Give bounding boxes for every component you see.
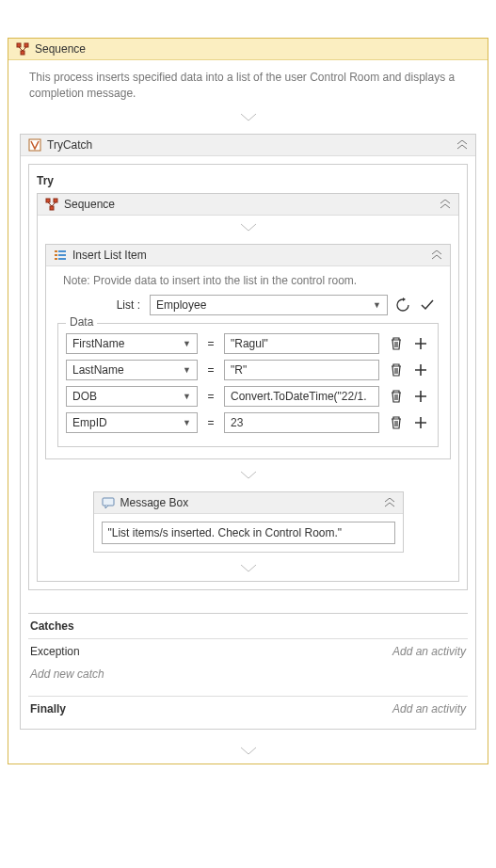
delete-icon[interactable] bbox=[387, 387, 406, 406]
svg-rect-12 bbox=[58, 258, 66, 260]
trycatch-title: TryCatch bbox=[47, 138, 92, 152]
field-name: LastName bbox=[72, 363, 124, 377]
field-select[interactable]: EmpID ▼ bbox=[66, 412, 198, 433]
message-box-activity[interactable]: Message Box "List items/s inserted. Chec… bbox=[93, 491, 404, 553]
message-box-input[interactable]: "List items/s inserted. Check in Control… bbox=[102, 522, 395, 544]
catches-label: Catches bbox=[30, 619, 74, 633]
check-icon[interactable] bbox=[418, 296, 437, 314]
equals-sign: = bbox=[205, 416, 216, 429]
collapse-icon[interactable] bbox=[431, 250, 442, 260]
collapse-icon[interactable] bbox=[456, 140, 468, 150]
value-input[interactable]: 23 bbox=[224, 412, 379, 433]
sequence-activity-inner[interactable]: Sequence bbox=[37, 193, 459, 582]
sequence-description: This process inserts specified data into… bbox=[8, 60, 488, 105]
data-legend: Data bbox=[66, 315, 97, 329]
caret-down-icon: ▼ bbox=[373, 300, 381, 310]
list-label: List : bbox=[59, 298, 144, 312]
equals-sign: = bbox=[205, 337, 216, 350]
field-select[interactable]: FirstName ▼ bbox=[66, 333, 198, 354]
sequence-icon bbox=[16, 42, 29, 56]
inner-sequence-header[interactable]: Sequence bbox=[38, 194, 458, 216]
data-row: EmpID ▼ = 23 bbox=[66, 412, 430, 433]
add-icon[interactable] bbox=[411, 413, 430, 432]
drop-indicator[interactable] bbox=[38, 463, 458, 488]
svg-rect-8 bbox=[58, 250, 66, 252]
field-name: EmpID bbox=[72, 416, 107, 429]
trycatch-icon bbox=[28, 138, 41, 152]
insert-header[interactable]: Insert List Item bbox=[46, 245, 450, 266]
delete-icon[interactable] bbox=[387, 361, 406, 379]
data-row: LastName ▼ = "R" bbox=[66, 360, 430, 380]
sequence-activity-outer[interactable]: Sequence This process inserts specified … bbox=[8, 38, 488, 764]
trycatch-activity[interactable]: TryCatch Try bbox=[20, 134, 476, 730]
insert-list-item-activity[interactable]: Insert List Item Note: Provide data to i… bbox=[45, 244, 451, 459]
svg-rect-6 bbox=[50, 206, 54, 210]
sequence-header[interactable]: Sequence bbox=[8, 39, 488, 60]
insert-note: Note: Provide data to insert into the li… bbox=[46, 266, 450, 295]
svg-rect-13 bbox=[103, 498, 114, 506]
finally-section[interactable]: Finally Add an activity bbox=[28, 696, 468, 721]
data-row: FirstName ▼ = "Ragul" bbox=[66, 333, 430, 354]
try-block: Try Sequence bbox=[28, 164, 468, 590]
svg-rect-5 bbox=[54, 199, 57, 202]
svg-rect-10 bbox=[58, 254, 66, 256]
exception-label: Exception bbox=[30, 645, 80, 658]
drop-indicator[interactable] bbox=[8, 739, 488, 764]
try-label: Try bbox=[37, 172, 459, 193]
svg-rect-4 bbox=[46, 199, 50, 202]
message-icon bbox=[102, 496, 115, 509]
add-icon[interactable] bbox=[411, 334, 430, 353]
delete-icon[interactable] bbox=[387, 413, 406, 432]
exception-row[interactable]: Exception Add an activity bbox=[28, 638, 468, 664]
caret-down-icon: ▼ bbox=[183, 365, 191, 375]
sequence-icon bbox=[45, 198, 58, 211]
add-activity-link[interactable]: Add an activity bbox=[392, 645, 466, 658]
sequence-title: Sequence bbox=[35, 42, 86, 56]
equals-sign: = bbox=[205, 363, 216, 377]
drop-indicator[interactable] bbox=[38, 216, 458, 240]
trycatch-header[interactable]: TryCatch bbox=[21, 135, 475, 156]
field-name: DOB bbox=[72, 390, 97, 403]
add-icon[interactable] bbox=[411, 361, 430, 379]
equals-sign: = bbox=[205, 390, 216, 403]
inner-sequence-title: Sequence bbox=[64, 198, 115, 211]
list-select[interactable]: Employee ▼ bbox=[150, 295, 388, 315]
collapse-icon[interactable] bbox=[440, 200, 451, 209]
field-select[interactable]: LastName ▼ bbox=[66, 360, 198, 380]
add-activity-link[interactable]: Add an activity bbox=[392, 702, 466, 715]
message-box-header[interactable]: Message Box bbox=[94, 492, 403, 514]
svg-rect-2 bbox=[21, 51, 24, 55]
svg-rect-7 bbox=[55, 250, 57, 252]
delete-icon[interactable] bbox=[387, 334, 406, 353]
value-input[interactable]: "Ragul" bbox=[224, 333, 379, 354]
data-fieldset: Data FirstName ▼ = "Ragul" bbox=[57, 323, 439, 447]
finally-label: Finally bbox=[30, 702, 66, 715]
field-select[interactable]: DOB ▼ bbox=[66, 386, 198, 407]
catches-section: Catches bbox=[28, 614, 468, 638]
drop-indicator[interactable] bbox=[8, 105, 488, 130]
add-icon[interactable] bbox=[411, 387, 430, 406]
collapse-icon[interactable] bbox=[384, 498, 395, 507]
field-name: FirstName bbox=[72, 337, 124, 350]
data-row: DOB ▼ = Convert.ToDateTime("22/1. bbox=[66, 386, 430, 407]
svg-rect-1 bbox=[24, 43, 28, 47]
svg-rect-9 bbox=[55, 254, 57, 256]
list-icon bbox=[54, 249, 67, 262]
refresh-icon[interactable] bbox=[393, 296, 412, 314]
insert-title: Insert List Item bbox=[72, 249, 147, 262]
svg-rect-11 bbox=[55, 258, 57, 260]
drop-indicator[interactable] bbox=[38, 556, 458, 581]
value-input[interactable]: Convert.ToDateTime("22/1. bbox=[224, 386, 379, 407]
list-select-value: Employee bbox=[156, 298, 206, 312]
message-box-title: Message Box bbox=[120, 496, 189, 509]
add-new-catch-link[interactable]: Add new catch bbox=[28, 664, 468, 683]
caret-down-icon: ▼ bbox=[183, 339, 191, 348]
caret-down-icon: ▼ bbox=[183, 418, 191, 427]
caret-down-icon: ▼ bbox=[183, 392, 191, 401]
svg-rect-0 bbox=[17, 43, 21, 47]
value-input[interactable]: "R" bbox=[224, 360, 379, 380]
